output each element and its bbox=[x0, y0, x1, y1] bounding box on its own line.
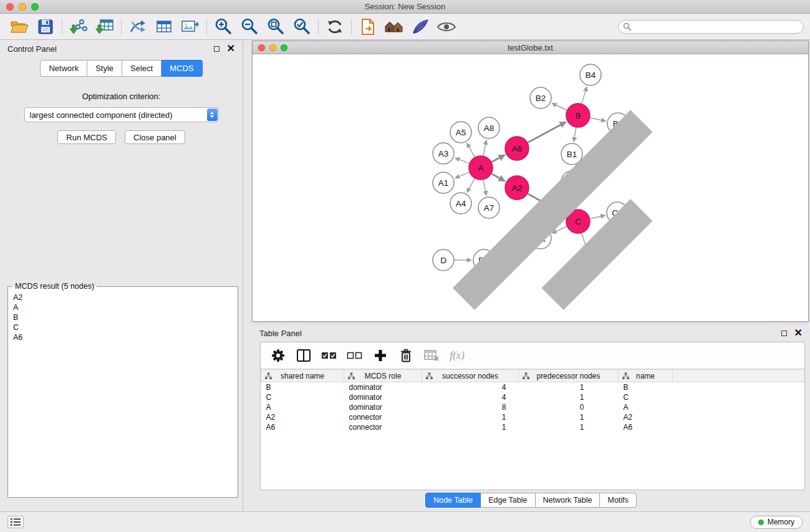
node-table: shared nameMCDS rolesuccessor nodesprede… bbox=[261, 369, 804, 490]
import-table-button[interactable] bbox=[92, 16, 118, 38]
control-panel: Control Panel ✕ NetworkStyleSelectMCDS O… bbox=[0, 40, 243, 511]
table-panel: Table Panel ✕ bbox=[252, 324, 810, 511]
mcds-result-item[interactable]: A bbox=[12, 302, 234, 312]
trash-icon bbox=[398, 348, 413, 363]
control-tab-select[interactable]: Select bbox=[122, 60, 162, 77]
table-tab-node-table[interactable]: Node Table bbox=[425, 493, 481, 508]
new-network-button[interactable] bbox=[125, 16, 151, 38]
create-column-button[interactable] bbox=[372, 349, 389, 362]
table-panel-header: Table Panel ✕ bbox=[252, 324, 810, 342]
table-row[interactable]: Adominator80A bbox=[261, 402, 805, 412]
open-recent-button[interactable] bbox=[355, 16, 381, 38]
toolbar-separator bbox=[121, 19, 122, 35]
network-minimize-button[interactable] bbox=[269, 44, 276, 51]
column-header-successor-nodes[interactable]: successor nodes bbox=[422, 370, 519, 382]
attribute-type-icon bbox=[523, 372, 529, 382]
search-input[interactable] bbox=[618, 20, 804, 34]
optimization-criterion-dropdown[interactable]: largest connected component (directed) bbox=[24, 107, 219, 122]
zoom-in-button[interactable] bbox=[210, 16, 236, 38]
checked-boxes-icon bbox=[321, 349, 337, 362]
new-table-button[interactable] bbox=[151, 16, 177, 38]
home-button[interactable] bbox=[381, 16, 407, 38]
network-canvas[interactable]: B4B2BB3A5A8A6B1A3AC2A1A2A4A7C1CC4C3DD1 bbox=[253, 54, 808, 321]
column-header-predecessor-nodes[interactable]: predecessor nodes bbox=[519, 370, 619, 382]
mcds-result-item[interactable]: B bbox=[12, 312, 234, 322]
network-window-controls bbox=[258, 44, 287, 51]
table-row[interactable]: A2connector11A2 bbox=[261, 412, 805, 422]
network-window-titlebar[interactable]: testGlobe.txt bbox=[253, 41, 808, 54]
table-row[interactable]: Cdominator41C bbox=[261, 392, 805, 402]
control-tab-network[interactable]: Network bbox=[40, 60, 87, 77]
export-image-button[interactable] bbox=[177, 16, 203, 38]
optimization-criterion-label: Optimization criterion: bbox=[0, 92, 243, 101]
delete-table-button[interactable] bbox=[423, 349, 440, 362]
open-session-button[interactable] bbox=[6, 16, 32, 38]
main-toolbar bbox=[0, 14, 810, 40]
network-close-button[interactable] bbox=[258, 44, 265, 51]
mcds-result-item[interactable]: C bbox=[12, 322, 234, 332]
network-window: testGlobe.txt B4B2BB3A5A8A6B1A3AC2A1A2A4… bbox=[252, 41, 809, 322]
search-icon bbox=[623, 22, 632, 31]
unchecked-boxes-icon bbox=[347, 349, 363, 362]
save-session-button[interactable] bbox=[32, 16, 59, 38]
export-image-icon bbox=[181, 19, 200, 35]
column-header-shared-name[interactable]: shared name bbox=[261, 370, 344, 382]
refresh-button[interactable] bbox=[322, 16, 348, 38]
toolbar-separator bbox=[62, 19, 62, 35]
zoom-fit-icon bbox=[266, 17, 285, 36]
style-button[interactable] bbox=[407, 16, 433, 38]
close-panel-button[interactable]: Close panel bbox=[125, 130, 185, 144]
control-tab-mcds[interactable]: MCDS bbox=[162, 60, 202, 77]
mcds-result-item[interactable]: A2 bbox=[12, 293, 234, 302]
run-mcds-button[interactable]: Run MCDS bbox=[57, 130, 116, 144]
select-all-button[interactable] bbox=[321, 349, 338, 362]
table-row[interactable]: Bdominator41B bbox=[261, 382, 805, 392]
save-floppy-icon bbox=[37, 19, 54, 35]
control-tab-style[interactable]: Style bbox=[87, 60, 122, 77]
mcds-result-box: MCDS result (5 nodes) A2ABCA6 bbox=[7, 282, 238, 498]
close-window-button[interactable] bbox=[6, 3, 14, 11]
zoom-out-button[interactable] bbox=[236, 16, 263, 38]
deselect-all-button[interactable] bbox=[346, 349, 364, 362]
table-tab-edge-table[interactable]: Edge Table bbox=[481, 493, 535, 508]
zoom-selected-button[interactable] bbox=[289, 16, 315, 38]
brush-feather-icon bbox=[412, 19, 429, 35]
float-table-panel-icon[interactable] bbox=[781, 331, 787, 336]
close-table-panel-icon[interactable]: ✕ bbox=[794, 330, 803, 336]
application-window: Session: New Session bbox=[0, 0, 810, 532]
show-columns-button[interactable] bbox=[295, 348, 312, 363]
import-network-button[interactable] bbox=[65, 16, 92, 38]
refresh-icon bbox=[326, 19, 344, 35]
mcds-result-item[interactable]: A6 bbox=[12, 332, 234, 342]
columns-icon bbox=[296, 348, 311, 363]
table-settings-button[interactable] bbox=[269, 348, 287, 363]
dropdown-stepper-icon bbox=[207, 109, 218, 121]
houses-icon bbox=[383, 19, 405, 35]
memory-button[interactable]: Memory bbox=[750, 516, 803, 529]
zoom-fit-button[interactable] bbox=[263, 16, 289, 38]
table-tab-network-table[interactable]: Network Table bbox=[536, 493, 600, 508]
toolbar-separator bbox=[351, 19, 352, 35]
delete-columns-button[interactable] bbox=[397, 348, 415, 363]
zoom-window-button[interactable] bbox=[31, 3, 39, 11]
network-window-title: testGlobe.txt bbox=[508, 43, 553, 52]
table-row[interactable]: A6connector11A6 bbox=[261, 422, 805, 432]
table-tab-motifs[interactable]: Motifs bbox=[600, 493, 636, 508]
float-panel-icon[interactable] bbox=[214, 46, 219, 52]
close-panel-icon[interactable]: ✕ bbox=[227, 46, 235, 52]
function-builder-button[interactable]: f(x) bbox=[448, 349, 466, 362]
column-header-name[interactable]: name bbox=[619, 370, 673, 382]
control-panel-header: Control Panel ✕ bbox=[0, 40, 243, 57]
memory-status-icon bbox=[758, 520, 764, 525]
list-icon bbox=[11, 518, 21, 526]
network-zoom-button[interactable] bbox=[281, 44, 287, 51]
table-panel-body: f(x) shared nameMCDS rolesuccessor nodes… bbox=[260, 342, 805, 490]
column-header-MCDS-role[interactable]: MCDS role bbox=[344, 370, 422, 382]
mcds-result-list: A2ABCA6 bbox=[12, 293, 234, 342]
task-history-button[interactable] bbox=[7, 516, 24, 528]
minimize-window-button[interactable] bbox=[19, 3, 26, 11]
status-bar: Memory bbox=[0, 511, 810, 532]
resize-grip-icon[interactable] bbox=[253, 54, 808, 321]
show-hide-button[interactable] bbox=[433, 16, 460, 38]
control-panel-title: Control Panel bbox=[7, 44, 57, 54]
